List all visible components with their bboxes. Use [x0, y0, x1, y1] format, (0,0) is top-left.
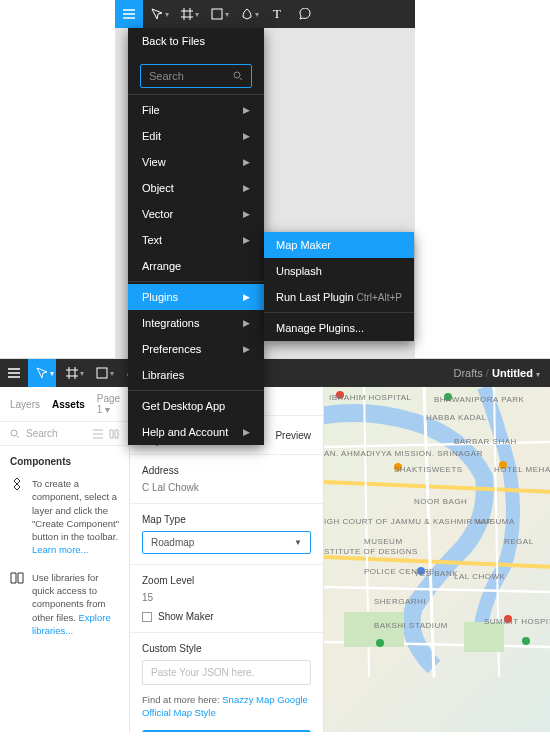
- submenu-manage-plugins[interactable]: Manage Plugins...: [264, 315, 414, 341]
- menu-item-label: Help and Account: [142, 426, 228, 438]
- map-label: Hotel Mehak: [494, 465, 550, 474]
- top-toolbar: ▾ ▾ ▾ ▾ T: [115, 0, 415, 28]
- chevron-down-icon: ▾: [80, 369, 84, 378]
- snazzy-map-link[interactable]: Snazzy Map: [222, 694, 274, 705]
- assets-search[interactable]: Search: [0, 422, 129, 446]
- map-label: An. Ahmadiyya Mission. Srinagar: [324, 449, 483, 458]
- main-body: Layers Assets Page 1 ▾ Search Components: [0, 387, 550, 732]
- component-icon: [10, 477, 24, 557]
- components-heading: Components: [10, 456, 119, 467]
- svg-rect-6: [464, 622, 504, 652]
- checkbox-box: [142, 612, 152, 622]
- map-label: REGAL: [504, 537, 534, 546]
- bottom-toolbar: ▾ ▾ ▾ ▾ T Drafts / Untitled ▾: [0, 359, 550, 387]
- breadcrumb-title: Untitled: [492, 367, 533, 379]
- menu-search-placeholder: Search: [149, 70, 184, 82]
- chevron-right-icon: ▶: [243, 427, 250, 437]
- menu-file[interactable]: File▶: [128, 97, 264, 123]
- search-icon: [233, 71, 243, 81]
- checkbox-label: Show Maker: [158, 611, 214, 622]
- search-placeholder: Search: [26, 428, 58, 439]
- address-value[interactable]: C Lal Chowk: [142, 482, 311, 493]
- chevron-right-icon: ▶: [243, 105, 250, 115]
- submenu-item-label: Unsplash: [276, 265, 322, 277]
- menu-integrations[interactable]: Integrations▶: [128, 310, 264, 336]
- zoom-label: Zoom Level: [142, 575, 311, 586]
- top-screenshot: ▾ ▾ ▾ ▾ T Back to Files Search File▶Edit…: [0, 0, 550, 358]
- library-icon[interactable]: [109, 429, 119, 439]
- map-label: NOOR BAGH: [414, 497, 467, 506]
- map-label: Shaktisweets: [394, 465, 463, 474]
- map-preview[interactable]: Ibrahim HospitalBhawanipora ParkHABBA KA…: [324, 387, 550, 732]
- search-icon: [10, 429, 20, 439]
- tab-assets[interactable]: Assets: [52, 399, 85, 410]
- submenu-item-label: Run Last Plugin: [276, 291, 354, 303]
- menu-item-label: Vector: [142, 208, 173, 220]
- menu-get-desktop-app[interactable]: Get Desktop App: [128, 393, 264, 419]
- main-menu-dropdown: Back to Files Search File▶Edit▶View▶Obje…: [128, 28, 264, 445]
- bottom-screenshot: ▾ ▾ ▾ ▾ T Drafts / Untitled ▾: [0, 358, 550, 732]
- tab-layers[interactable]: Layers: [10, 399, 40, 410]
- submenu-item-label: Manage Plugins...: [276, 322, 364, 334]
- menu-item-label: Preferences: [142, 343, 201, 355]
- chevron-right-icon: ▶: [243, 209, 250, 219]
- menu-plugins[interactable]: Plugins ▶: [128, 284, 264, 310]
- menu-help-and-account[interactable]: Help and Account▶: [128, 419, 264, 445]
- submenu-item-label: Map Maker: [276, 239, 331, 251]
- menu-item-label: Libraries: [142, 369, 184, 381]
- svg-rect-0: [212, 9, 222, 19]
- comment-tool[interactable]: [291, 0, 319, 28]
- page-dropdown[interactable]: Page 1 ▾: [97, 393, 120, 415]
- hamburger-menu[interactable]: [0, 359, 28, 387]
- menu-preferences[interactable]: Preferences▶: [128, 336, 264, 362]
- submenu-map-maker[interactable]: Map Maker: [264, 232, 414, 258]
- show-maker-checkbox[interactable]: Show Maker: [142, 611, 311, 622]
- menu-item-label: Plugins: [142, 291, 178, 303]
- menu-object[interactable]: Object▶: [128, 175, 264, 201]
- shortcut-label: Ctrl+Alt+P: [356, 292, 402, 303]
- text-tool[interactable]: T: [263, 0, 291, 28]
- svg-point-1: [234, 72, 240, 78]
- hamburger-menu[interactable]: [115, 0, 143, 28]
- chevron-right-icon: ▶: [243, 235, 250, 245]
- submenu-unsplash[interactable]: Unsplash: [264, 258, 414, 284]
- chevron-down-icon: ▾: [50, 369, 54, 378]
- map-label: Museum: [364, 537, 403, 546]
- svg-rect-2: [97, 368, 107, 378]
- menu-search[interactable]: Search: [140, 64, 252, 88]
- menu-arrange[interactable]: Arrange: [128, 253, 264, 279]
- make-map-button[interactable]: Make Map: [142, 730, 311, 732]
- preview-label: Preview: [275, 430, 311, 441]
- book-icon: [10, 571, 24, 637]
- menu-item-label: File: [142, 104, 160, 116]
- chevron-right-icon: ▶: [243, 292, 250, 302]
- map-label: stitute Of Designs: [324, 547, 418, 556]
- maptype-select[interactable]: Roadmap ▼: [142, 531, 311, 554]
- menu-back-to-files[interactable]: Back to Files: [128, 28, 264, 54]
- submenu-run-last[interactable]: Run Last Plugin Ctrl+Alt+P: [264, 284, 414, 310]
- map-label: SHERGARHI: [374, 597, 426, 606]
- learn-more-link[interactable]: Learn more...: [32, 544, 89, 555]
- components-help-1: To create a component, select a layer an…: [10, 477, 119, 557]
- menu-view[interactable]: View▶: [128, 149, 264, 175]
- chevron-right-icon: ▶: [243, 131, 250, 141]
- maptype-value: Roadmap: [151, 537, 194, 548]
- map-label: YES Bank: [414, 569, 458, 578]
- custom-style-input[interactable]: Paste Your JSON here.: [142, 660, 311, 685]
- chevron-right-icon: ▶: [243, 318, 250, 328]
- menu-text[interactable]: Text▶: [128, 227, 264, 253]
- menu-item-label: Get Desktop App: [142, 400, 225, 412]
- map-label: HABBA KADAL: [426, 413, 487, 422]
- menu-vector[interactable]: Vector▶: [128, 201, 264, 227]
- map-label: BARBAR SHAH: [454, 437, 517, 446]
- menu-libraries[interactable]: Libraries: [128, 362, 264, 388]
- menu-item-label: Arrange: [142, 260, 181, 272]
- menu-item-label: Text: [142, 234, 162, 246]
- breadcrumb[interactable]: Drafts / Untitled ▾: [453, 367, 550, 379]
- zoom-value[interactable]: 15: [142, 592, 311, 603]
- list-view-icon[interactable]: [93, 429, 103, 439]
- map-label: Summit Hospit: [484, 617, 550, 626]
- menu-item-label: View: [142, 156, 166, 168]
- menu-edit[interactable]: Edit▶: [128, 123, 264, 149]
- map-label: Bakshi Stadium: [374, 621, 448, 630]
